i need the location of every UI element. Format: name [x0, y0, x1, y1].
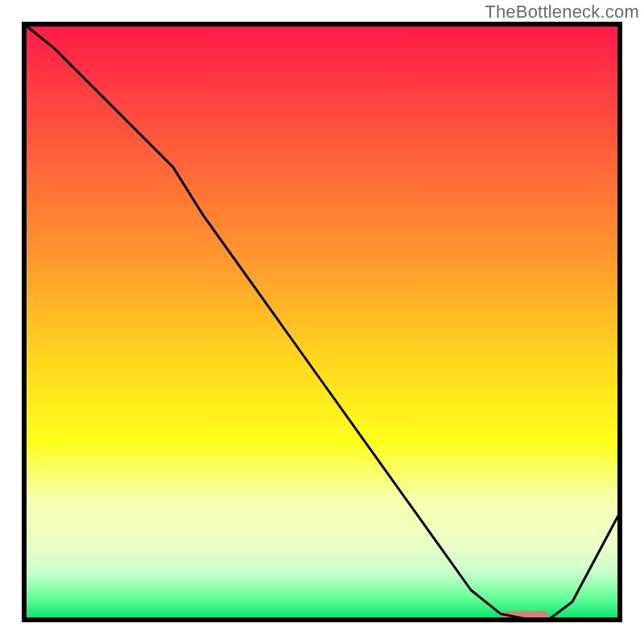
watermark-text: TheBottleneck.com [485, 2, 639, 23]
chart-container: { "watermark": "TheBottleneck.com", "cha… [0, 0, 644, 644]
chart-background [24, 24, 620, 620]
chart-svg [0, 0, 644, 644]
